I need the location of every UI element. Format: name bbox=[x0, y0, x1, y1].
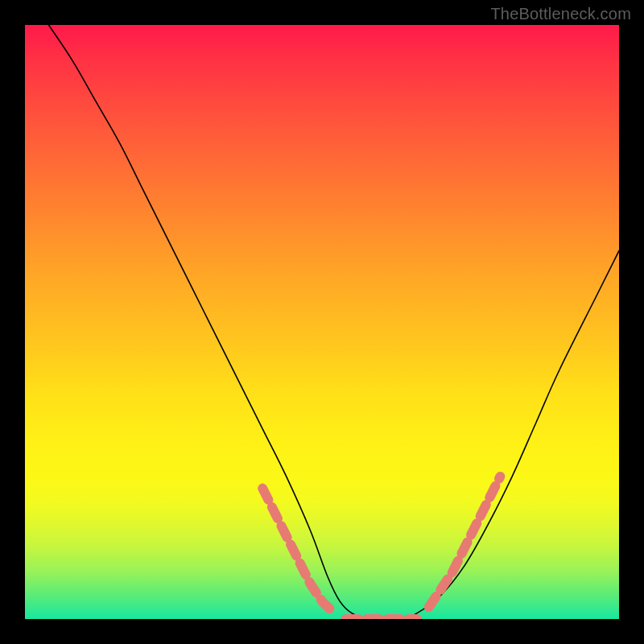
highlight-segment bbox=[429, 477, 501, 607]
chart-frame: TheBottleneck.com bbox=[0, 0, 644, 644]
curve-layer bbox=[25, 25, 619, 619]
attribution-text: TheBottleneck.com bbox=[490, 5, 631, 23]
main-curve bbox=[49, 25, 620, 619]
highlight-group bbox=[262, 477, 500, 619]
highlight-segment bbox=[262, 489, 334, 613]
plot-area bbox=[25, 25, 619, 619]
